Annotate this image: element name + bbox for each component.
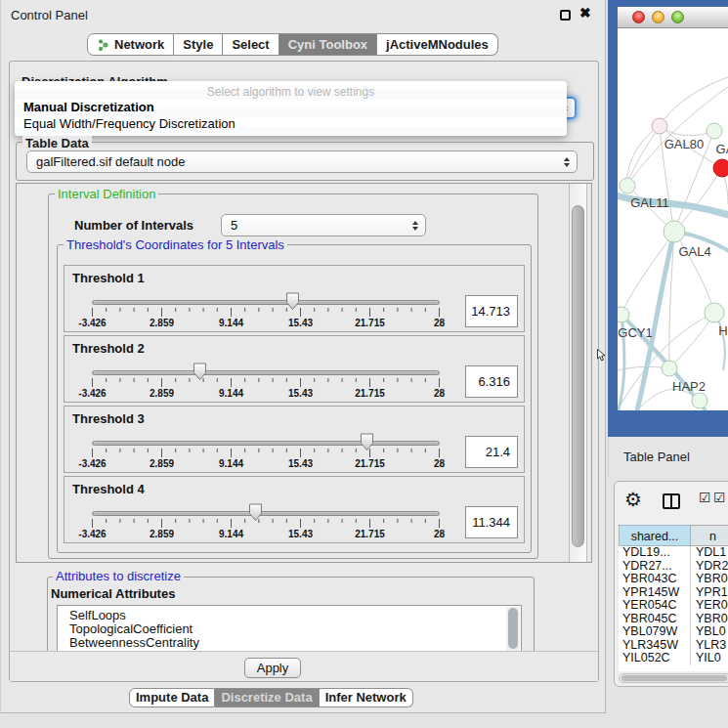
attribute-item[interactable]: TopologicalCoefficient: [58, 622, 521, 636]
network-window-titlebar[interactable]: [618, 7, 728, 28]
network-node[interactable]: [692, 393, 707, 408]
threshold-label: Threshold 1: [72, 271, 145, 285]
slider-track[interactable]: [92, 300, 440, 305]
table-hscrollbar-thumb[interactable]: [621, 675, 727, 681]
node-label: HAP2: [672, 379, 706, 394]
list-scrollbar-thumb[interactable]: [508, 608, 518, 649]
column-header-name[interactable]: n: [691, 525, 728, 546]
table-row[interactable]: YPR145WYPR1: [619, 586, 728, 600]
cyni-toolbox-panel: Discretization Algorithm Select algorith…: [9, 61, 599, 682]
column-selector-icon[interactable]: [663, 493, 680, 509]
node-label: GAL4: [678, 244, 710, 259]
tab-cyni-toolbox[interactable]: Cyni Toolbox: [279, 33, 377, 56]
tick-label: 28: [434, 529, 445, 539]
minimize-traffic-light[interactable]: [652, 11, 664, 23]
network-node[interactable]: [662, 361, 677, 376]
table-row[interactable]: YER054CYER0: [619, 599, 728, 613]
number-of-intervals-label: Number of Intervals: [74, 218, 193, 233]
tick-label: 2.859: [150, 529, 174, 539]
network-edge: [627, 126, 660, 186]
network-edge: [660, 77, 728, 126]
node-label: GA: [716, 142, 728, 156]
node-label: GAL80: [664, 137, 704, 151]
slider-track[interactable]: [92, 441, 440, 446]
slider-thumb[interactable]: [360, 433, 374, 451]
combo-steppers-icon: [412, 221, 418, 231]
tick-label: 21.715: [355, 388, 385, 399]
tick-label: 2.859: [150, 388, 174, 399]
tick-label: 28: [434, 458, 445, 469]
table-row[interactable]: YBR043CYBR0: [619, 573, 728, 586]
network-node[interactable]: [620, 178, 635, 193]
slider-thumb[interactable]: [248, 503, 263, 522]
gear-icon[interactable]: ⚙: [624, 488, 642, 511]
table-hscrollbar[interactable]: [619, 673, 728, 683]
popup-item-equal-width[interactable]: Equal Width/Frequency Discretization: [23, 116, 236, 131]
table-row[interactable]: YBR045CYBR0: [619, 613, 728, 626]
vertical-scrollbar[interactable]: [569, 184, 587, 562]
node-label: H: [718, 323, 727, 338]
top-tab-bar: NetworkStyleSelectCyni ToolboxjActiveMNo…: [87, 33, 498, 56]
network-node[interactable]: [707, 123, 722, 139]
table-row[interactable]: YDR27...YDR2: [619, 560, 728, 574]
tick-label: -3.426: [78, 529, 106, 539]
table-row[interactable]: YDL19...YDL1: [619, 546, 728, 560]
apply-button[interactable]: Apply: [244, 658, 301, 678]
node-label: GAL11: [630, 195, 669, 210]
popup-item-manual[interactable]: Manual Discretization: [23, 100, 154, 114]
column-header-shared[interactable]: shared...: [619, 525, 691, 546]
slider-thumb[interactable]: [193, 363, 207, 381]
tab-select[interactable]: Select: [223, 33, 278, 56]
attributes-group-title: Attributes to discretize: [53, 569, 184, 583]
slider-thumb[interactable]: [285, 292, 300, 311]
attribute-item[interactable]: BetweennessCentrality: [58, 636, 521, 650]
threshold-value-input[interactable]: 6.316: [465, 365, 518, 398]
tab-infer-network[interactable]: Infer Network: [320, 688, 413, 707]
threshold-row-1: Threshold 1-3.4262.8599.14415.4321.71528…: [64, 265, 525, 332]
network-node[interactable]: [713, 159, 728, 177]
tab-discretize-data[interactable]: Discretize Data: [215, 688, 319, 707]
node-table: shared...nYDL19...YDL1YDR27...YDR2YBR043…: [619, 525, 728, 671]
threshold-value-input[interactable]: 14.713: [465, 295, 518, 327]
zoom-traffic-light[interactable]: [671, 11, 684, 23]
scrollbar-thumb[interactable]: [572, 205, 584, 547]
threshold-row-3: Threshold 3-3.4262.8599.14415.4321.71528…: [64, 406, 525, 473]
attribute-item[interactable]: SelfLoops: [58, 606, 521, 622]
slider-ticks: [92, 449, 440, 459]
slider-track[interactable]: [92, 511, 440, 516]
network-node[interactable]: [652, 118, 667, 134]
network-canvas[interactable]: GAL80GAGAL11GAL4GCY1HHAP2: [618, 28, 728, 410]
network-node[interactable]: [664, 221, 685, 242]
threshold-value-input[interactable]: 21.4: [465, 436, 518, 468]
network-edge: [674, 168, 722, 232]
table-data-combobox[interactable]: galFiltered.sif default node: [26, 150, 578, 173]
network-node[interactable]: [618, 307, 629, 322]
algorithm-dropdown-popup: Select algorithm to view settings Manual…: [15, 81, 567, 136]
table-row[interactable]: YLR345WYLR3: [619, 639, 728, 653]
table-row[interactable]: YIL052CYIL0: [619, 652, 728, 665]
list-scrollbar[interactable]: [506, 607, 520, 651]
settings-scrollpane: Interval Definition Number of Intervals …: [16, 183, 592, 563]
table-panel-title: Table Panel: [623, 450, 690, 464]
table-header-row: shared...n: [619, 525, 728, 546]
table-row[interactable]: YBL079WYBL0: [619, 625, 728, 639]
float-window-icon[interactable]: [560, 10, 571, 21]
tab-impute-data[interactable]: Impute Data: [129, 688, 215, 707]
tick-label: 2.859: [150, 458, 174, 469]
tab-jactivemnodules[interactable]: jActiveMNodules: [377, 33, 498, 56]
select-all-checkbox-icon[interactable]: ☑: [699, 490, 711, 505]
tick-label: 9.144: [219, 388, 243, 399]
close-icon[interactable]: ✖: [579, 5, 591, 21]
checkbox-icon[interactable]: ☑: [713, 490, 726, 505]
combo-steppers-icon: [564, 157, 570, 167]
tab-style[interactable]: Style: [174, 33, 223, 56]
network-node[interactable]: [705, 303, 724, 322]
tick-label: 21.715: [355, 318, 385, 328]
number-of-intervals-combobox[interactable]: 5: [221, 214, 426, 236]
tab-network[interactable]: Network: [87, 33, 174, 56]
attributes-list: SelfLoopsTopologicalCoefficientBetweenne…: [57, 605, 522, 651]
threshold-label: Threshold 2: [72, 341, 145, 356]
close-traffic-light[interactable]: [632, 11, 645, 23]
slider-track[interactable]: [92, 370, 440, 375]
threshold-value-input[interactable]: 11.344: [465, 506, 518, 538]
